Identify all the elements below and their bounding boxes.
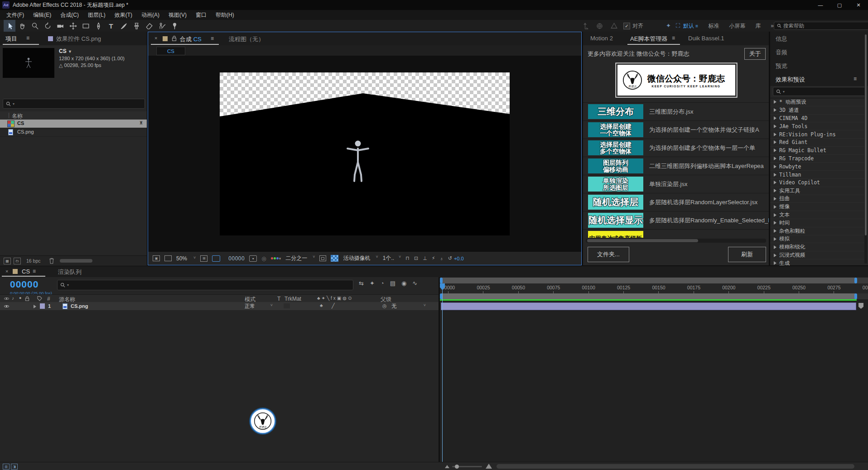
effects-category-5[interactable]: Red Giant	[770, 139, 864, 147]
rotate-tool-icon[interactable]	[42, 20, 53, 32]
view-layout-select[interactable]: 1个..˅	[383, 254, 401, 262]
axis-world-tool-icon[interactable]	[593, 20, 605, 32]
menu-item-7[interactable]: 窗口	[191, 10, 211, 20]
navigator-end-handle[interactable]	[854, 278, 857, 283]
menu-item-4[interactable]: 效果(T)	[110, 10, 137, 20]
expand-arrow-icon[interactable]	[774, 100, 776, 104]
panel-menu-icon[interactable]: ≡	[672, 35, 675, 41]
roto-brush-tool-icon[interactable]	[156, 20, 168, 32]
blend-mode-select[interactable]: 正常˅	[245, 303, 273, 310]
layer-expand-arrow[interactable]	[34, 305, 36, 308]
align-checkbox-icon[interactable]: ✓	[623, 23, 630, 29]
align-toggle[interactable]: ✓ 对齐	[623, 22, 643, 30]
zoom-tool-icon[interactable]	[29, 20, 41, 32]
effects-search-input[interactable]: ▾	[773, 87, 865, 96]
expand-arrow-icon[interactable]	[774, 261, 776, 265]
effects-category-9[interactable]: Tillman	[770, 171, 864, 179]
mask-feather-icon[interactable]: ✦	[666, 22, 671, 29]
panel-menu-icon[interactable]: ≡	[26, 35, 29, 41]
time-ruler[interactable]: 0000000025000500007500100001250015000175…	[440, 283, 868, 294]
tab-render-queue[interactable]: 渲染队列	[58, 268, 82, 276]
effects-category-19[interactable]: 沉浸式视频	[770, 251, 864, 259]
effects-category-16[interactable]: 杂色和颗粒	[770, 227, 864, 235]
exposure-control[interactable]: ↺+0.0	[448, 255, 464, 261]
minimize-button[interactable]: —	[811, 0, 830, 10]
maximize-button[interactable]: ▢	[830, 0, 849, 10]
brush-tool-icon[interactable]	[118, 20, 130, 32]
layer-label-swatch[interactable]	[40, 303, 45, 309]
effects-category-15[interactable]: 时间	[770, 219, 864, 227]
trkmat-cell[interactable]	[284, 303, 290, 308]
trkmat-column-header[interactable]: TrkMat	[285, 296, 301, 302]
hand-tool-icon[interactable]	[16, 20, 28, 32]
refresh-button[interactable]: 刷新	[728, 247, 766, 262]
scripts-hscrollbar[interactable]	[586, 239, 766, 243]
tab-motion2[interactable]: Motion 2	[590, 35, 613, 42]
project-search-input[interactable]: ▾	[3, 99, 145, 109]
expand-arrow-icon[interactable]	[774, 165, 776, 168]
playhead-line[interactable]	[442, 283, 443, 470]
menu-item-5[interactable]: 动画(A)	[137, 10, 164, 20]
expand-arrow-icon[interactable]	[774, 197, 776, 201]
viewer-canvas[interactable]	[148, 56, 581, 251]
tab-flowchart[interactable]: 流程图（无）	[229, 35, 264, 43]
eraser-tool-icon[interactable]	[143, 20, 155, 32]
camera-select[interactable]: 活动摄像机˅	[343, 254, 378, 262]
expand-arrow-icon[interactable]	[774, 245, 776, 249]
script-button-4[interactable]: 单独渲染所选图层	[588, 177, 643, 192]
effects-category-8[interactable]: Rowbyte	[770, 163, 864, 171]
expand-arrow-icon[interactable]	[774, 254, 776, 257]
expand-arrow-icon[interactable]	[774, 140, 776, 144]
folder-button[interactable]: 文件夹...	[588, 247, 629, 262]
comp-nav-chip[interactable]: CS	[156, 47, 185, 55]
motion-blur-icon[interactable]: ◉	[401, 280, 406, 287]
expand-arrow-icon[interactable]	[774, 229, 776, 233]
project-item-CS.png[interactable]: CS.png	[0, 128, 147, 137]
about-button[interactable]: 关于	[744, 48, 766, 60]
work-area-bar[interactable]	[440, 293, 868, 299]
timeline-icon[interactable]: ♁	[439, 256, 443, 261]
script-button-3[interactable]: 图层阵列偏移动画	[588, 158, 643, 173]
motion-path-icon[interactable]: ⛶	[676, 22, 680, 29]
tab-project[interactable]: 项目	[5, 35, 17, 43]
panel-menu-icon[interactable]: ≡	[33, 268, 36, 274]
tab-effect-controls[interactable]: 效果控件 CS.png	[56, 35, 101, 43]
timeline-search-input[interactable]: ▾	[57, 280, 353, 290]
expand-arrow-icon[interactable]	[774, 133, 776, 136]
effects-category-18[interactable]: 模糊和锐化	[770, 243, 864, 251]
camera-tool-icon[interactable]	[54, 20, 66, 32]
safe-margins-icon[interactable]: ⊞	[200, 255, 207, 262]
show-channel-icon[interactable]: ▾	[271, 256, 281, 261]
workspace-overflow-chevron[interactable]: »	[771, 23, 774, 29]
color-depth-label[interactable]: 16 bpc	[26, 258, 41, 264]
always-preview-icon[interactable]: ▣	[153, 255, 160, 261]
workspace-小屏幕[interactable]: 小屏幕	[729, 22, 745, 30]
expand-transfer-controls-icon[interactable]: ◨	[11, 464, 18, 470]
project-item-CS[interactable]: CS♜	[0, 120, 147, 128]
menu-item-2[interactable]: 合成(C)	[56, 10, 83, 20]
work-area-end-handle[interactable]	[854, 293, 857, 299]
effects-category-10[interactable]: Video Copilot	[770, 179, 864, 187]
menu-item-1[interactable]: 编辑(E)	[29, 10, 56, 20]
tab-script-manager[interactable]: AE脚本管理器	[630, 35, 667, 43]
effects-category-17[interactable]: 模拟	[770, 235, 864, 244]
workspace-标准[interactable]: 标准	[708, 22, 719, 30]
effects-category-12[interactable]: 扭曲	[770, 195, 864, 203]
timeline-zoom-slider[interactable]	[452, 466, 482, 467]
script-button-5[interactable]: 随机选择层	[588, 195, 643, 210]
parent-pickwhip-icon[interactable]: ◎	[382, 303, 387, 309]
menu-item-8[interactable]: 帮助(H)	[211, 10, 239, 20]
reset-view-icon[interactable]: ⊡	[414, 255, 418, 261]
tab-effects-presets[interactable]: 效果和预设	[776, 76, 805, 84]
close-tab-icon[interactable]: ×	[5, 269, 8, 274]
panel-scrollbar[interactable]	[60, 259, 92, 263]
time-navigator[interactable]	[440, 278, 868, 283]
panel-menu-icon[interactable]: ≡	[854, 76, 857, 82]
tab-info[interactable]: 信息	[776, 35, 787, 43]
expand-arrow-icon[interactable]	[774, 125, 776, 128]
effects-category-0[interactable]: * 动画预设	[770, 98, 864, 106]
zoom-in-mountain-icon[interactable]	[486, 464, 492, 469]
expand-arrow-icon[interactable]	[774, 116, 776, 120]
tab-composition[interactable]: 合成 CS	[180, 35, 202, 43]
snapshot-icon[interactable]: ●	[249, 255, 257, 262]
